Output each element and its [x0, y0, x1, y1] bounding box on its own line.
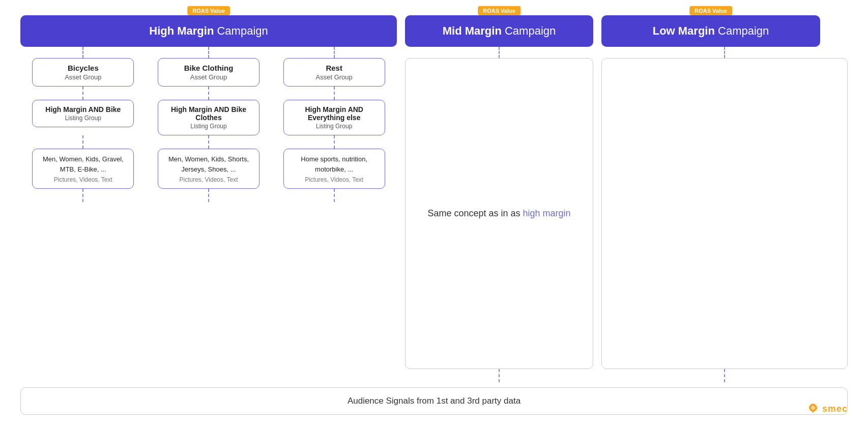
- low-margin-box: [601, 58, 848, 369]
- mid-margin-campaign-header: Mid Margin Campaign: [405, 15, 593, 47]
- campaigns-row: ROAS Value High Margin Campaign ROAS Val…: [20, 15, 848, 47]
- item-clothing: Men, Women, Kids, Shorts, Jerseys, Shoes…: [158, 149, 259, 189]
- listing-group-bike: High Margin AND Bike Listing Group: [32, 100, 134, 127]
- diagram-container: ROAS Value High Margin Campaign ROAS Val…: [0, 0, 868, 425]
- high-margin-section: Bicycles Asset Group Bike Clothing Asset…: [20, 47, 397, 382]
- audience-row: Audience Signals from 1st and 3rd party …: [20, 387, 848, 415]
- smec-logo-icon: [806, 403, 820, 415]
- asset-group-bicycles-subtitle: Asset Group: [40, 73, 126, 81]
- item-bicycles: Men, Women, Kids, Gravel, MTB, E-Bike, .…: [32, 149, 134, 189]
- listing-item-connector: [20, 135, 397, 149]
- item-clothing-subtitle: Pictures, Videos, Text: [163, 176, 254, 183]
- asset-group-bike-clothing-subtitle: Asset Group: [166, 73, 251, 81]
- mid-margin-text: Same concept as in as high margin: [427, 207, 570, 220]
- low-margin-campaign-header: Low Margin Campaign: [601, 15, 820, 47]
- asset-group-bicycles-title: Bicycles: [40, 64, 126, 72]
- item-rest-subtitle: Pictures, Videos, Text: [289, 176, 380, 183]
- high-margin-title-rest: Campaign: [214, 24, 268, 37]
- high-margin-title-bold: High Margin: [149, 24, 214, 37]
- low-margin-title-rest: Campaign: [715, 24, 769, 37]
- low-margin-area: [601, 47, 848, 382]
- item-col-2: Men, Women, Kids, Shorts, Jerseys, Shoes…: [146, 149, 272, 189]
- campaign-asset-connector: [20, 47, 397, 58]
- low-margin-title-bold: Low Margin: [653, 24, 715, 37]
- item-bicycles-subtitle: Pictures, Videos, Text: [38, 176, 128, 183]
- asset-group-rest-title: Rest: [292, 64, 377, 72]
- item-audience-connector: [20, 189, 397, 202]
- mid-margin-box: Same concept as in as high margin: [405, 58, 593, 369]
- listing-group-bike-subtitle: Listing Group: [39, 115, 127, 122]
- mid-margin-prefix: Same concept as in as: [427, 208, 523, 218]
- low-margin-campaign: ROAS Value Low Margin Campaign: [601, 15, 820, 47]
- listing-group-col-3: High Margin AND Everything else Listing …: [271, 100, 397, 135]
- mid-top-connector: [405, 47, 593, 58]
- mid-margin-campaign: ROAS Value Mid Margin Campaign: [405, 15, 593, 47]
- listing-group-everything-title: High Margin AND Everything else: [290, 105, 379, 122]
- low-margin-roas-badge: ROAS Value: [689, 6, 732, 15]
- low-top-connector: [601, 47, 848, 58]
- mid-low-wrapper: Same concept as in as high margin: [405, 47, 848, 382]
- asset-group-bicycles: Bicycles Asset Group: [32, 58, 134, 87]
- asset-group-rest: Rest Asset Group: [283, 58, 385, 87]
- asset-group-col-2: Bike Clothing Asset Group: [146, 58, 272, 87]
- high-margin-campaign: ROAS Value High Margin Campaign: [20, 15, 397, 47]
- asset-group-col-3: Rest Asset Group: [271, 58, 397, 87]
- listing-group-everything: High Margin AND Everything else Listing …: [283, 100, 385, 135]
- high-margin-roas-badge: ROAS Value: [187, 6, 230, 15]
- mid-margin-roas-badge: ROAS Value: [478, 6, 520, 15]
- listing-group-col-1: High Margin AND Bike Listing Group: [20, 100, 146, 135]
- listing-group-col-2: High Margin AND Bike Clothes Listing Gro…: [146, 100, 272, 135]
- smec-logo-text: smec: [822, 404, 848, 414]
- item-col-1: Men, Women, Kids, Gravel, MTB, E-Bike, .…: [20, 149, 146, 189]
- low-bottom-connector: [601, 369, 848, 382]
- asset-group-bike-clothing-title: Bike Clothing: [166, 64, 251, 72]
- listing-group-bike-clothes-subtitle: Listing Group: [164, 123, 253, 130]
- mid-margin-title-rest: Campaign: [502, 24, 556, 37]
- asset-listing-connector: [20, 87, 397, 100]
- listing-group-bike-title: High Margin AND Bike: [39, 105, 127, 114]
- asset-group-col-1: Bicycles Asset Group: [20, 58, 146, 87]
- asset-groups-row: Bicycles Asset Group Bike Clothing Asset…: [20, 58, 397, 87]
- mid-margin-area: Same concept as in as high margin: [405, 47, 593, 382]
- items-row: Men, Women, Kids, Gravel, MTB, E-Bike, .…: [20, 149, 397, 189]
- audience-box: Audience Signals from 1st and 3rd party …: [20, 387, 848, 415]
- smec-logo: smec: [806, 403, 848, 415]
- listing-group-bike-clothes: High Margin AND Bike Clothes Listing Gro…: [158, 100, 259, 135]
- asset-group-rest-subtitle: Asset Group: [292, 73, 377, 81]
- item-rest: Home sports, nutrition, motorbike, ... P…: [283, 149, 385, 189]
- item-clothing-title: Men, Women, Kids, Shorts, Jerseys, Shoes…: [163, 154, 254, 174]
- item-bicycles-title: Men, Women, Kids, Gravel, MTB, E-Bike, .…: [38, 154, 128, 174]
- item-col-3: Home sports, nutrition, motorbike, ... P…: [271, 149, 397, 189]
- audience-text: Audience Signals from 1st and 3rd party …: [348, 396, 520, 406]
- high-margin-campaign-header: High Margin Campaign: [20, 15, 397, 47]
- main-content: Bicycles Asset Group Bike Clothing Asset…: [20, 47, 848, 382]
- mid-margin-highlight: high margin: [523, 208, 571, 218]
- mid-margin-title-bold: Mid Margin: [443, 24, 502, 37]
- item-rest-title: Home sports, nutrition, motorbike, ...: [289, 154, 380, 174]
- mid-bottom-connector: [405, 369, 593, 382]
- listing-groups-row: High Margin AND Bike Listing Group High …: [20, 100, 397, 135]
- listing-group-everything-subtitle: Listing Group: [290, 123, 379, 130]
- listing-group-bike-clothes-title: High Margin AND Bike Clothes: [164, 105, 253, 122]
- asset-group-bike-clothing: Bike Clothing Asset Group: [158, 58, 259, 87]
